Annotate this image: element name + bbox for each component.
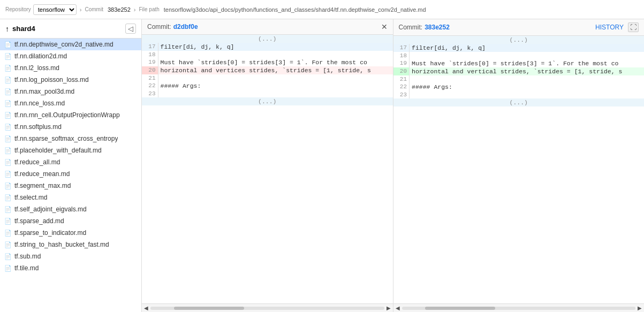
sidebar-item-label: tf.self_adjoint_eigvals.md (14, 206, 87, 213)
sidebar-item-label: tf.nn.nce_loss.md (14, 100, 65, 107)
sidebar-item[interactable]: 📄tf.nn.l2_loss.md (0, 62, 141, 74)
file-icon: 📄 (4, 241, 12, 248)
left-close-button[interactable]: ✕ (381, 22, 388, 31)
sidebar-item[interactable]: 📄tf.nn.dilation2d.md (0, 50, 141, 62)
sidebar-list: 📄tf.nn.depthwise_conv2d_native.md📄tf.nn.… (0, 39, 141, 312)
sidebar-item-label: tf.sparse_to_indicator.md (14, 229, 86, 237)
sidebar-item[interactable]: 📄tf.reduce_mean.md (0, 168, 141, 180)
sidebar-item[interactable]: 📄tf.nn.log_poisson_loss.md (0, 74, 141, 86)
bottom-scrollbar[interactable]: ◀ ▶ ◀ ▶ (142, 303, 644, 312)
table-row: (...) (393, 36, 645, 44)
file-icon: 📄 (4, 65, 12, 72)
right-diff-table: (...)17 filter[di, dj, k, q]1819Must hav… (393, 36, 645, 106)
sidebar-item[interactable]: 📄tf.placeholder_with_default.md (0, 144, 141, 156)
right-diff-pane: Commit: 383e252 HISTORY ⛶ (...)17 filter… (393, 19, 645, 303)
sidebar-header: ↑ shard4 ◁ (0, 19, 141, 39)
left-scroll-left-arrow[interactable]: ◀ (144, 305, 148, 311)
table-row: 21 (142, 74, 393, 82)
breadcrumb-sep2: › (134, 6, 136, 13)
sidebar-item-label: tf.select.md (14, 194, 47, 201)
left-commit-label: Commit: (147, 23, 171, 31)
sidebar-item-label: tf.sparse_add.md (14, 217, 64, 225)
sidebar-item[interactable]: 📄tf.nn.nce_loss.md (0, 97, 141, 109)
left-diff-pane: Commit: d2dbf0e ✕ (...)17 filter[di, dj,… (142, 19, 393, 303)
sidebar-item[interactable]: 📄tf.nn.rnn_cell.OutputProjectionWrapp (0, 109, 141, 121)
sidebar-item-label: tf.nn.l2_loss.md (14, 64, 59, 72)
sidebar-item[interactable]: 📄tf.segment_max.md (0, 180, 141, 192)
sidebar: ↑ shard4 ◁ 📄tf.nn.depthwise_conv2d_nativ… (0, 19, 142, 312)
breadcrumb-bar: Repository tensorflow › Commit 383e252 ›… (0, 0, 644, 19)
sidebar-item-label: tf.string_to_hash_bucket_fast.md (14, 241, 109, 248)
table-row: 19Must have `strides[0] = strides[3] = 1… (142, 58, 393, 66)
sidebar-item-label: tf.nn.rnn_cell.OutputProjectionWrapp (14, 111, 120, 119)
sidebar-item-label: tf.nn.depthwise_conv2d_native.md (14, 41, 113, 48)
file-icon: 📄 (4, 53, 12, 60)
file-icon: 📄 (4, 112, 12, 119)
file-icon: 📄 (4, 41, 12, 48)
sidebar-item[interactable]: 📄tf.sparse_to_indicator.md (0, 227, 141, 239)
file-icon: 📄 (4, 147, 12, 154)
table-row: 20horizontal and vertical strides, `stri… (393, 67, 645, 75)
table-row: (...) (393, 98, 645, 106)
right-scroll-right-arrow[interactable]: ▶ (638, 305, 642, 311)
sidebar-item-label: tf.nn.log_poisson_loss.md (14, 76, 89, 83)
sidebar-item[interactable]: 📄tf.select.md (0, 192, 141, 203)
sidebar-title: shard4 (12, 25, 125, 33)
sidebar-item[interactable]: 📄tf.nn.depthwise_conv2d_native.md (0, 39, 141, 50)
left-scroll-right-arrow[interactable]: ▶ (387, 305, 391, 311)
table-row: 23 (142, 90, 393, 97)
table-row: (...) (142, 35, 393, 43)
right-commit-hash: 383e252 (425, 24, 450, 31)
table-row: 21 (393, 75, 645, 83)
table-row: 22##### Args: (142, 82, 393, 90)
repo-dropdown[interactable]: tensorflow (33, 4, 77, 15)
sidebar-item[interactable]: 📄tf.tile.md (0, 262, 141, 274)
sidebar-item[interactable]: 📄tf.sparse_add.md (0, 215, 141, 227)
commit-value: 383e252 (108, 6, 131, 13)
sidebar-item-label: tf.reduce_all.md (14, 158, 60, 166)
table-row: 22##### Args: (393, 83, 645, 91)
left-diff-table: (...)17 filter[di, dj, k, q]1819Must hav… (142, 35, 393, 105)
diff-area: Commit: d2dbf0e ✕ (...)17 filter[di, dj,… (142, 19, 644, 312)
sidebar-up-icon: ↑ (5, 25, 9, 33)
right-commit-label: Commit: (399, 24, 423, 31)
commit-label: Commit (85, 6, 103, 12)
table-row: 17 filter[di, dj, k, q] (393, 44, 645, 52)
table-row: 19Must have `strides[0] = strides[3] = 1… (393, 59, 645, 67)
filepath-value: tensorflow/g3doc/api_docs/python/functio… (164, 6, 426, 13)
breadcrumb-sep1: › (80, 6, 82, 13)
file-icon: 📄 (4, 194, 12, 201)
sidebar-item[interactable]: 📄tf.string_to_hash_bucket_fast.md (0, 239, 141, 250)
right-scroll-left-arrow[interactable]: ◀ (396, 305, 400, 311)
sidebar-item[interactable]: 📄tf.nn.max_pool3d.md (0, 86, 141, 97)
file-icon: 📄 (4, 218, 12, 225)
table-row: (...) (142, 97, 393, 105)
sidebar-item[interactable]: 📄tf.reduce_all.md (0, 156, 141, 168)
sidebar-item-label: tf.placeholder_with_default.md (14, 147, 102, 154)
left-commit-hash: d2dbf0e (173, 23, 198, 31)
sidebar-item-label: tf.tile.md (14, 264, 39, 272)
sidebar-item[interactable]: 📄tf.nn.softplus.md (0, 121, 141, 133)
sidebar-item[interactable]: 📄tf.sub.md (0, 250, 141, 262)
history-button[interactable]: HISTORY (595, 24, 624, 31)
expand-button[interactable]: ⛶ (628, 22, 639, 32)
file-icon: 📄 (4, 124, 12, 131)
file-icon: 📄 (4, 171, 12, 178)
sidebar-item-label: tf.nn.sparse_softmax_cross_entropy (14, 135, 118, 142)
sidebar-item-label: tf.reduce_mean.md (14, 170, 70, 178)
table-row: 18 (142, 51, 393, 58)
sidebar-item[interactable]: 📄tf.self_adjoint_eigvals.md (0, 203, 141, 215)
left-pane-header: Commit: d2dbf0e ✕ (142, 19, 393, 35)
right-diff-content[interactable]: (...)17 filter[di, dj, k, q]1819Must hav… (393, 36, 645, 303)
file-icon: 📄 (4, 135, 12, 142)
sidebar-item-label: tf.nn.max_pool3d.md (14, 88, 74, 95)
sidebar-collapse-button[interactable]: ◁ (125, 24, 136, 34)
left-diff-content[interactable]: (...)17 filter[di, dj, k, q]1819Must hav… (142, 35, 393, 303)
right-pane-header: Commit: 383e252 HISTORY ⛶ (393, 19, 645, 36)
table-row: 23 (393, 91, 645, 98)
file-icon: 📄 (4, 265, 12, 272)
file-icon: 📄 (4, 77, 12, 83)
file-icon: 📄 (4, 100, 12, 107)
sidebar-item[interactable]: 📄tf.nn.sparse_softmax_cross_entropy (0, 133, 141, 144)
file-icon: 📄 (4, 230, 12, 237)
